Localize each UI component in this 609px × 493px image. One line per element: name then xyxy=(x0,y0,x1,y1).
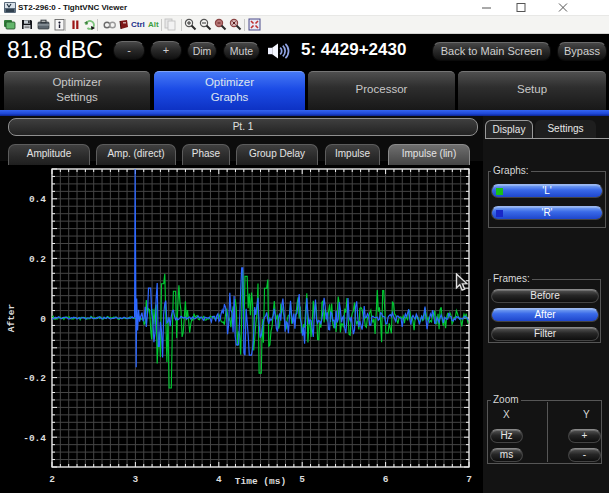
svg-text:Time (ms): Time (ms) xyxy=(235,476,286,487)
svg-text:0.4: 0.4 xyxy=(29,194,46,205)
svg-text:4: 4 xyxy=(216,474,222,485)
svg-text:0.2: 0.2 xyxy=(29,254,46,265)
svg-text:After: After xyxy=(6,303,17,332)
svg-text:7: 7 xyxy=(466,474,472,485)
svg-text:5: 5 xyxy=(299,474,305,485)
svg-text:-0.4: -0.4 xyxy=(23,433,46,444)
svg-text:6: 6 xyxy=(383,474,389,485)
svg-text:3: 3 xyxy=(133,474,139,485)
svg-text:2: 2 xyxy=(49,474,55,485)
svg-text:-0.2: -0.2 xyxy=(23,373,46,384)
svg-text:0: 0 xyxy=(40,314,46,325)
